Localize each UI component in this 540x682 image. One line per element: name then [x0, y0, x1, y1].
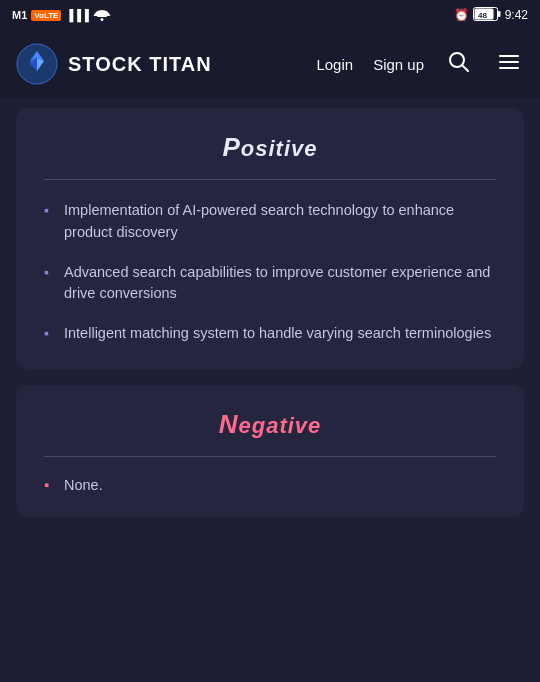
wifi-icon — [93, 7, 111, 23]
navbar: STOCK TITAN Login Sign up — [0, 30, 540, 98]
alarm-icon: ⏰ — [454, 8, 469, 22]
signup-link[interactable]: Sign up — [373, 56, 424, 73]
negative-title-cap: N — [219, 409, 239, 439]
negative-card: Negative None. — [16, 385, 524, 517]
logo-icon — [16, 43, 58, 85]
positive-card: Positive Implementation of AI-powered se… — [16, 108, 524, 369]
search-icon — [448, 51, 470, 73]
logo-text: STOCK TITAN — [68, 53, 212, 76]
negative-none-text: None. — [44, 477, 496, 493]
svg-line-6 — [463, 65, 469, 71]
positive-item-2: Advanced search capabilities to improve … — [44, 262, 496, 306]
positive-list: Implementation of AI-powered search tech… — [44, 200, 496, 345]
negative-divider — [44, 456, 496, 457]
positive-title-rest: ositive — [241, 136, 318, 161]
logo-area: STOCK TITAN — [16, 43, 316, 85]
status-right: ⏰ 48 9:42 — [454, 7, 528, 24]
positive-title-cap: P — [222, 132, 240, 162]
positive-item-1: Implementation of AI-powered search tech… — [44, 200, 496, 244]
svg-rect-1 — [498, 11, 501, 17]
search-button[interactable] — [444, 47, 474, 82]
svg-text:48: 48 — [478, 11, 487, 20]
status-left: M1 VoLTE ▐▐▐ — [12, 7, 111, 23]
time-display: 9:42 — [505, 8, 528, 22]
menu-button[interactable] — [494, 47, 524, 82]
nav-links: Login Sign up — [316, 47, 524, 82]
positive-title: Positive — [44, 132, 496, 163]
status-bar: M1 VoLTE ▐▐▐ ⏰ 48 9:42 — [0, 0, 540, 30]
positive-divider — [44, 179, 496, 180]
positive-item-3: Intelligent matching system to handle va… — [44, 323, 496, 345]
hamburger-icon — [498, 51, 520, 73]
battery-indicator: 48 — [473, 7, 501, 24]
negative-title: Negative — [44, 409, 496, 440]
negative-title-rest: egative — [238, 413, 321, 438]
volte-badge: VoLTE — [31, 10, 61, 21]
signal-bars: ▐▐▐ — [65, 9, 88, 21]
carrier-text: M1 — [12, 9, 27, 21]
main-content: Positive Implementation of AI-powered se… — [0, 98, 540, 682]
login-link[interactable]: Login — [316, 56, 353, 73]
